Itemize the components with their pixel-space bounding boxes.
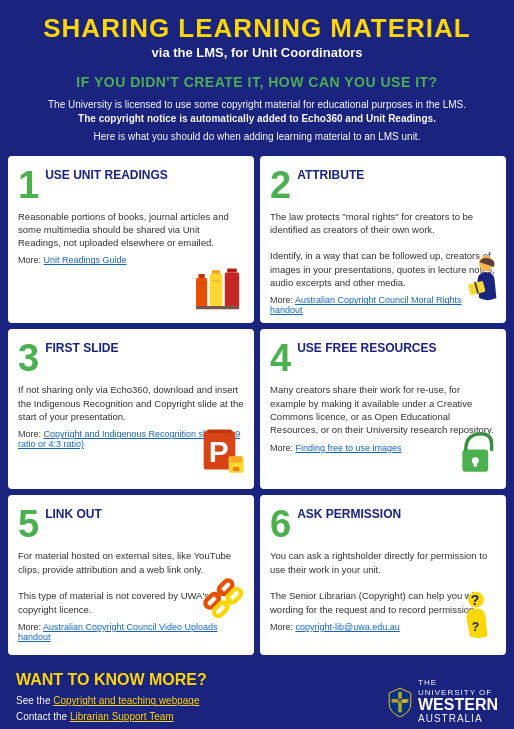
books-icon xyxy=(192,265,248,311)
question-mark-icon: ? ? xyxy=(454,591,498,645)
svg-text:P: P xyxy=(209,435,229,468)
footer-left: WANT TO KNOW MORE? See the Copyright and… xyxy=(16,671,388,725)
svg-rect-5 xyxy=(227,269,237,273)
chain-link-icon xyxy=(196,571,248,623)
card-2-number: 2 xyxy=(270,166,291,204)
card-4-number: 4 xyxy=(270,339,291,377)
card-4-title: USE FREE RESOURCES xyxy=(297,339,436,355)
header: SHARING LEARNING MATERIAL via the LMS, f… xyxy=(0,0,514,68)
want-more-heading: WANT TO KNOW MORE? xyxy=(16,671,388,689)
footer-links: See the Copyright and teaching webpage C… xyxy=(16,693,388,725)
page-subtitle: via the LMS, for Unit Coordinators xyxy=(16,45,498,60)
card-4-link[interactable]: Finding free to use images xyxy=(296,443,402,453)
card-5-link[interactable]: Australian Copyright Council Video Uploa… xyxy=(18,622,217,642)
info-bar: The University is licensed to use some c… xyxy=(0,94,514,150)
card-1-body: Reasonable portions of books, journal ar… xyxy=(18,210,244,250)
librarian-support-link[interactable]: Librarian Support Team xyxy=(70,711,174,722)
footer: WANT TO KNOW MORE? See the Copyright and… xyxy=(0,661,514,729)
uwa-shield-icon: UWA xyxy=(388,680,412,724)
card-free-resources: 4 USE FREE RESOURCES Many creators share… xyxy=(260,329,506,489)
card-1-more: More: Unit Readings Guide xyxy=(18,255,244,265)
uwa-western: WESTERN xyxy=(418,697,498,713)
card-2-title: ATTRIBUTE xyxy=(297,166,364,182)
svg-rect-0 xyxy=(196,278,207,308)
svg-rect-21 xyxy=(474,461,477,467)
card-3-body: If not sharing only via Echo360, downloa… xyxy=(18,383,244,423)
card-5-number: 5 xyxy=(18,505,39,543)
card-link-out: 5 LINK OUT For material hosted on extern… xyxy=(8,495,254,655)
uwa-the: THE UNIVERSITY OF xyxy=(418,678,498,697)
svg-rect-4 xyxy=(225,273,239,309)
person-icon xyxy=(452,255,502,311)
card-2-link[interactable]: Australian Copyright Council Moral Right… xyxy=(270,295,462,315)
card-6-number: 6 xyxy=(270,505,291,543)
card-6-link[interactable]: copyright-lib@uwa.edu.au xyxy=(296,622,400,632)
see-text: See the xyxy=(16,695,50,706)
card-first-slide: 3 FIRST SLIDE If not sharing only via Ec… xyxy=(8,329,254,489)
svg-rect-14 xyxy=(207,430,232,433)
contact-text: Contact the xyxy=(16,711,67,722)
copyright-teaching-link[interactable]: Copyright and teaching webpage xyxy=(53,695,199,706)
svg-text:UWA: UWA xyxy=(398,699,407,703)
card-3-number: 3 xyxy=(18,339,39,377)
card-6-title: ASK PERMISSION xyxy=(297,505,401,521)
info-line2: The copyright notice is automatically ad… xyxy=(20,112,494,126)
cards-grid: 1 USE UNIT READINGS Reasonable portions … xyxy=(0,150,514,662)
page-title: SHARING LEARNING MATERIAL xyxy=(16,14,498,43)
svg-rect-18 xyxy=(233,467,240,471)
card-ask-permission: 6 ASK PERMISSION You can ask a rightshol… xyxy=(260,495,506,655)
question-text: IF YOU DIDN'T CREATE IT, HOW CAN YOU USE… xyxy=(16,74,498,90)
uwa-logo-container: UWA THE UNIVERSITY OF WESTERN AUSTRALIA xyxy=(388,678,498,725)
svg-rect-1 xyxy=(198,274,204,278)
info-line1: The University is licensed to use some c… xyxy=(20,98,494,112)
card-1-number: 1 xyxy=(18,166,39,204)
question-bar: IF YOU DIDN'T CREATE IT, HOW CAN YOU USE… xyxy=(0,68,514,94)
svg-text:?: ? xyxy=(472,620,479,634)
powerpoint-icon: P xyxy=(196,427,248,477)
uwa-logo: UWA THE UNIVERSITY OF WESTERN AUSTRALIA xyxy=(388,678,498,725)
uwa-text: THE UNIVERSITY OF WESTERN AUSTRALIA xyxy=(418,678,498,725)
card-attribute: 2 ATTRIBUTE The law protects "moral righ… xyxy=(260,156,506,324)
svg-rect-2 xyxy=(210,274,223,308)
svg-rect-6 xyxy=(196,306,239,309)
uwa-australia: AUSTRALIA xyxy=(418,713,498,725)
svg-text:?: ? xyxy=(471,592,480,608)
card-1-link[interactable]: Unit Readings Guide xyxy=(44,255,127,265)
page: SHARING LEARNING MATERIAL via the LMS, f… xyxy=(0,0,514,729)
card-3-title: FIRST SLIDE xyxy=(45,339,118,355)
card-5-title: LINK OUT xyxy=(45,505,102,521)
card-use-unit-readings: 1 USE UNIT READINGS Reasonable portions … xyxy=(8,156,254,324)
padlock-icon xyxy=(454,427,500,477)
svg-rect-17 xyxy=(230,457,242,464)
svg-rect-3 xyxy=(212,270,220,274)
info-line3: Here is what you should do when adding l… xyxy=(20,130,494,144)
card-1-title: USE UNIT READINGS xyxy=(45,166,168,182)
